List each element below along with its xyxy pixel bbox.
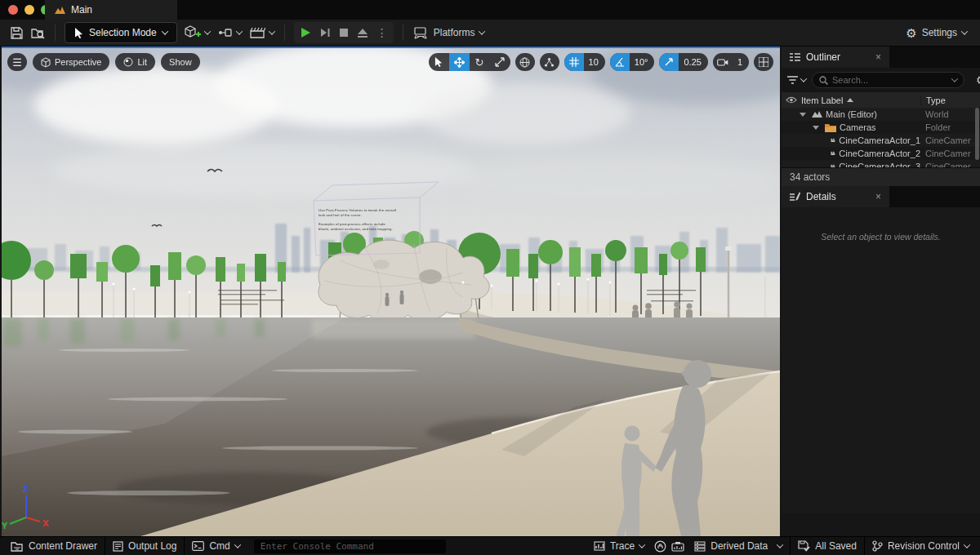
selection-mode-label: Selection Mode	[89, 27, 157, 38]
stop-button[interactable]	[335, 22, 353, 43]
trace-icon	[594, 541, 605, 551]
platforms-label: Platforms	[434, 27, 475, 38]
viewport-scene: Z Y X	[2, 48, 780, 536]
save-check-icon	[798, 540, 810, 552]
play-button[interactable]	[296, 22, 315, 43]
details-body: Select an object to view details.	[782, 207, 980, 513]
gizmo-y-label: Y	[2, 522, 8, 531]
outliner-row-cinecamera3-partial[interactable]: CineCameraActor_3 CineCamer	[782, 160, 980, 167]
camera-speed-icon[interactable]	[713, 53, 733, 71]
outliner-column-header[interactable]: Item Label Type	[782, 92, 980, 108]
tab-outliner[interactable]: Outliner ×	[782, 47, 889, 68]
eject-button[interactable]	[353, 22, 372, 43]
outliner-row-main[interactable]: Main (Editor) World	[782, 108, 980, 121]
chevron-down-icon	[268, 28, 274, 34]
toolbar-separator	[284, 24, 285, 41]
all-saved-button[interactable]: All Saved	[791, 537, 864, 555]
outliner-settings-icon[interactable]: ⚙	[976, 74, 980, 86]
viewport-controls-right: ↻ 10 10°	[429, 53, 773, 71]
outliner-row-cinecamera1[interactable]: CineCameraActor_1 CineCamer	[782, 134, 980, 147]
outliner-row-cinecamera2[interactable]: CineCameraActor_2 CineCamer	[782, 147, 980, 160]
viewport-options-menu[interactable]: ☰	[7, 53, 27, 71]
cinematics-button[interactable]	[246, 22, 278, 43]
level-icon	[55, 6, 65, 15]
skip-frame-button[interactable]	[315, 22, 335, 43]
search-icon	[819, 76, 828, 85]
output-log-icon	[113, 541, 123, 552]
chevron-down-icon	[964, 541, 970, 548]
console-command-box[interactable]	[254, 539, 446, 553]
close-window-icon[interactable]	[8, 5, 18, 15]
perspective-label: Perspective	[55, 57, 101, 67]
chevron-down-icon	[235, 28, 242, 34]
grid-snap-icon[interactable]	[564, 53, 584, 71]
close-details-icon[interactable]: ×	[875, 191, 881, 202]
close-outliner-icon[interactable]: ×	[875, 51, 881, 63]
bookmark-circle-icon	[654, 540, 666, 553]
scale-snap-control[interactable]: 0.25	[659, 53, 707, 71]
browse-content-button[interactable]	[27, 22, 49, 43]
lit-mode-dropdown[interactable]: Lit	[115, 53, 155, 71]
content-drawer-icon	[11, 541, 24, 552]
revision-control-dropdown[interactable]: Revision Control	[865, 537, 977, 555]
folder-icon	[825, 123, 836, 132]
camera-speed-control[interactable]: 1	[713, 53, 749, 71]
transform-tool-group: ↻	[429, 53, 510, 71]
derived-data-dropdown[interactable]: Derived Data	[687, 537, 790, 555]
perspective-cube-icon	[41, 57, 51, 68]
world-coordinate-button[interactable]	[515, 53, 535, 71]
selection-mode-dropdown[interactable]: Selection Mode	[65, 22, 177, 43]
scale-tool-button[interactable]	[490, 53, 510, 71]
platforms-dropdown[interactable]: Platforms	[409, 22, 489, 43]
level-viewport[interactable]: Z Y X Use Post-Process Volumes to tweak …	[2, 47, 780, 536]
chevron-down-icon	[203, 28, 210, 34]
tab-details[interactable]: Details ×	[782, 186, 889, 207]
chevron-down-icon	[639, 541, 645, 548]
settings-dropdown[interactable]: ⚙ Settings	[906, 27, 973, 39]
rotation-snap-control[interactable]: 10°	[610, 53, 655, 71]
save-button[interactable]	[7, 22, 27, 43]
minimize-window-icon[interactable]	[24, 5, 34, 15]
cmd-dropdown[interactable]: Cmd	[185, 537, 247, 555]
play-options-button[interactable]: ⋮	[372, 22, 392, 43]
toolbar-separator	[403, 24, 403, 41]
expand-arrow-icon[interactable]	[813, 126, 819, 130]
trace-screenshot-button[interactable]	[669, 537, 687, 555]
scale-snap-value[interactable]: 0.25	[679, 57, 707, 67]
select-tool-button[interactable]	[429, 53, 449, 71]
grid-snap-control[interactable]: 10	[564, 53, 605, 71]
level-tab-main[interactable]: Main	[45, 0, 177, 20]
rotation-snap-value[interactable]: 10°	[630, 57, 655, 67]
trace-dropdown[interactable]: Trace	[586, 537, 652, 555]
search-input[interactable]	[832, 75, 948, 85]
column-item-label[interactable]: Item Label	[801, 95, 920, 105]
outliner-search[interactable]	[812, 72, 964, 88]
right-dock: Outliner × ⚙ Item Label	[782, 47, 980, 536]
rotate-tool-button[interactable]: ↻	[470, 53, 490, 71]
outliner-actor-count: 34 actors	[782, 167, 980, 186]
console-command-input[interactable]	[261, 541, 439, 552]
add-actor-button[interactable]	[180, 22, 214, 43]
content-drawer-button[interactable]: Content Drawer	[3, 537, 105, 555]
perspective-dropdown[interactable]: Perspective	[33, 53, 109, 71]
trace-bookmark-button[interactable]	[652, 537, 669, 555]
outliner-scrollbar[interactable]	[975, 108, 979, 160]
toolbar-separator	[55, 24, 56, 41]
camera-speed-value[interactable]: 1	[733, 57, 749, 67]
scale-snap-icon[interactable]	[659, 53, 679, 71]
eye-icon[interactable]	[782, 96, 801, 104]
outliner-toolbar: ⚙	[782, 68, 980, 92]
status-bar: Content Drawer Output Log Cmd Trace	[0, 536, 980, 555]
outliner-row-cameras-folder[interactable]: Cameras Folder	[782, 121, 980, 134]
move-tool-button[interactable]	[449, 53, 470, 71]
angle-snap-icon[interactable]	[610, 53, 630, 71]
blueprints-button[interactable]	[214, 22, 246, 43]
grid-snap-value[interactable]: 10	[584, 57, 605, 67]
show-dropdown[interactable]: Show	[161, 53, 200, 71]
outliner-filter-button[interactable]	[787, 76, 806, 85]
column-type[interactable]: Type	[920, 95, 980, 105]
output-log-button[interactable]: Output Log	[105, 537, 184, 555]
maximize-viewport-button[interactable]	[754, 53, 773, 71]
surface-snapping-button[interactable]	[540, 53, 559, 71]
expand-arrow-icon[interactable]	[800, 113, 806, 117]
